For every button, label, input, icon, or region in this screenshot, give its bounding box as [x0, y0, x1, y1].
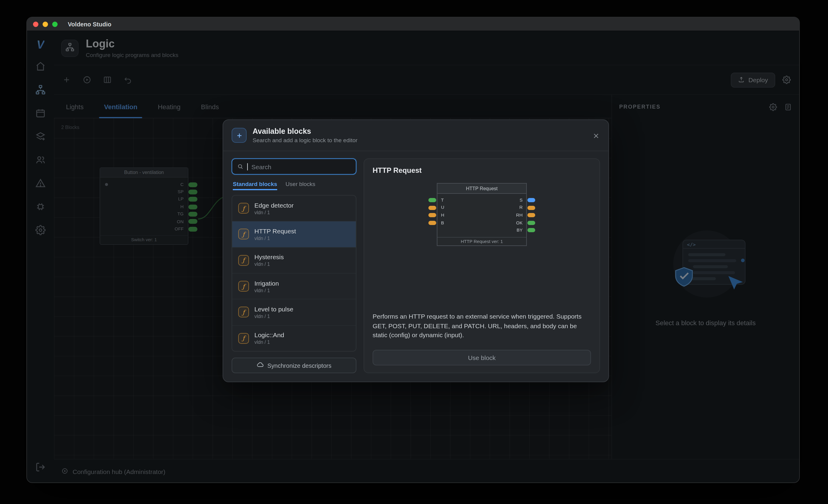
function-icon: ƒ [238, 307, 249, 318]
preview-output-port: BY [516, 226, 526, 234]
preview-output-port: OK [516, 219, 526, 226]
preview-node-footer: HTTP Request ver: 1 [438, 237, 526, 245]
block-list-item[interactable]: ƒ HTTP Request vldn / 1 [232, 222, 356, 248]
minimize-window-button[interactable] [43, 21, 48, 27]
use-block-button[interactable]: Use block [373, 350, 591, 366]
block-search [232, 158, 357, 175]
port-label: B [441, 220, 444, 225]
port-pill [428, 213, 436, 217]
block-list-item[interactable]: ƒ Logic::And vldn / 1 [232, 326, 356, 351]
port-pill [527, 206, 535, 210]
preview-input-port: B [438, 219, 444, 226]
block-source-tab[interactable]: Standard blocks [233, 181, 277, 190]
port-label: H [441, 212, 444, 218]
port-label: T [441, 198, 444, 203]
block-meta: vldn / 1 [254, 262, 284, 267]
block-list-item[interactable]: ƒ Hysteresis vldn / 1 [232, 248, 356, 274]
preview-node-title: HTTP Request [438, 183, 526, 194]
close-window-button[interactable] [33, 21, 38, 27]
block-list-item[interactable]: ƒ Level to pulse vldn / 1 [232, 300, 356, 326]
function-icon: ƒ [238, 229, 249, 240]
block-meta: vldn / 1 [254, 236, 296, 241]
block-meta: vldn / 1 [254, 340, 284, 345]
function-icon: ƒ [238, 203, 249, 214]
synchronize-descriptors-button[interactable]: Synchronize descriptors [232, 358, 357, 373]
blocks-list: ƒ Edge detector vldn / 1 ƒ HTTP Request [232, 195, 357, 351]
preview-input-port: T [438, 196, 444, 204]
port-pill [527, 198, 535, 202]
sync-label: Synchronize descriptors [267, 362, 331, 369]
port-pill [527, 228, 535, 233]
zoom-window-button[interactable] [52, 21, 57, 27]
port-pill [527, 213, 535, 217]
block-name: Level to pulse [254, 305, 293, 312]
preview-output-port: R [516, 204, 526, 211]
preview-input-port: H [438, 211, 444, 219]
block-name: HTTP Request [254, 227, 296, 235]
window-title: Voldeno Studio [68, 21, 111, 27]
preview-output-port: S [516, 196, 526, 204]
block-source-tabs: Standard blocksUser blocks [233, 181, 355, 190]
block-name: Logic::And [254, 332, 284, 339]
cloud-sync-icon [256, 361, 264, 370]
dialog-subtitle: Search and add a logic block to the edit… [253, 137, 358, 143]
search-icon [237, 161, 244, 172]
function-icon: ƒ [238, 255, 249, 266]
titlebar: Voldeno Studio [27, 17, 799, 31]
function-icon: ƒ [238, 281, 249, 292]
port-pill [428, 221, 436, 225]
block-name: Edge detector [254, 201, 294, 209]
port-label: S [520, 198, 523, 203]
port-label: U [441, 205, 444, 210]
block-meta: vldn / 1 [254, 288, 279, 293]
app-window: Voldeno Studio V [27, 17, 800, 483]
block-preview-node: HTTP Request T [437, 183, 527, 246]
function-icon: ƒ [238, 333, 249, 344]
port-label: OK [516, 220, 523, 225]
screen: Voldeno Studio V [0, 0, 828, 504]
text-cursor [247, 163, 248, 170]
block-name: Irrigation [254, 279, 279, 287]
block-meta: vldn / 1 [254, 210, 294, 215]
search-input[interactable] [251, 163, 351, 170]
block-detail-panel: HTTP Request HTTP Request T [364, 158, 600, 373]
dialog-title: Available blocks [253, 127, 358, 136]
close-dialog-button[interactable] [592, 131, 600, 139]
block-source-tab[interactable]: User blocks [286, 181, 315, 190]
port-pill [527, 221, 535, 225]
block-meta: vldn / 1 [254, 314, 293, 319]
preview-input-port: U [438, 204, 444, 211]
port-pill [428, 198, 436, 202]
block-list-item[interactable]: ƒ Irrigation vldn / 1 [232, 274, 356, 300]
block-name: Hysteresis [254, 253, 284, 261]
port-label: BY [516, 227, 523, 233]
preview-output-port: RH [516, 211, 526, 219]
port-label: R [519, 205, 523, 210]
block-detail-title: HTTP Request [373, 166, 591, 175]
port-label: RH [516, 212, 523, 218]
available-blocks-dialog: Available blocks Search and add a logic … [222, 119, 609, 382]
port-pill [428, 206, 436, 210]
block-description: Performs an HTTP request to an external … [373, 312, 591, 340]
block-list-item[interactable]: ƒ Edge detector vldn / 1 [232, 196, 356, 222]
dialog-plus-badge [232, 128, 247, 143]
